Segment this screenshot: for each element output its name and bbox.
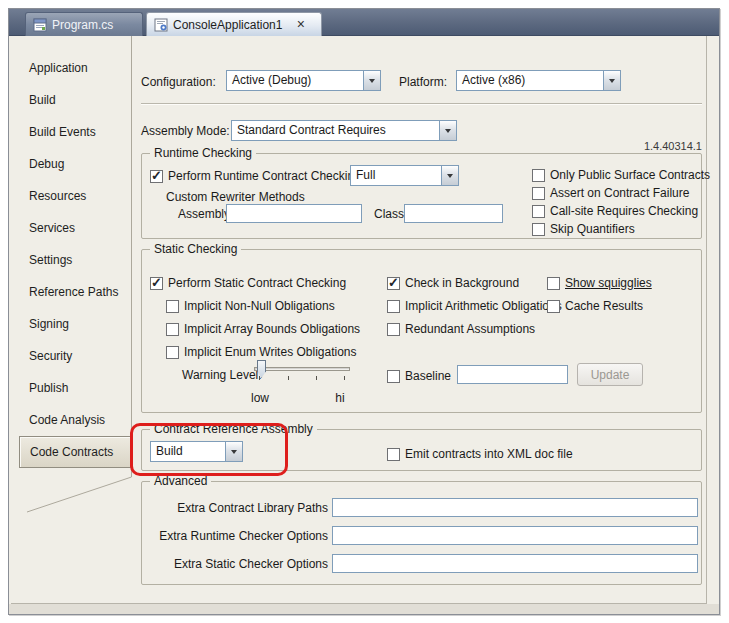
- assembly-mode-value: Standard Contract Requires: [232, 121, 439, 140]
- sidebar-item-code-analysis[interactable]: Code Analysis: [19, 404, 131, 436]
- check-in-background-row[interactable]: Check in Background: [387, 275, 519, 291]
- tab-consoleapplication1[interactable]: ConsoleApplication1 ×: [146, 12, 322, 36]
- sidebar-item-resources[interactable]: Resources: [19, 180, 131, 212]
- emit-contracts-xml-label: Emit contracts into XML doc file: [405, 446, 573, 462]
- sidebar-item-label: Application: [29, 61, 88, 75]
- check-in-background-checkbox[interactable]: [387, 277, 400, 290]
- slider-track[interactable]: [254, 367, 350, 371]
- baseline-row[interactable]: Baseline: [387, 368, 451, 384]
- sidebar-item-label: Code Analysis: [29, 413, 105, 427]
- cache-results-checkbox[interactable]: [547, 300, 560, 313]
- slider-tick: [259, 376, 260, 380]
- platform-label: Platform:: [399, 74, 447, 90]
- only-public-surface-contracts-row[interactable]: Only Public Surface Contracts: [532, 167, 710, 183]
- close-icon[interactable]: ×: [293, 17, 308, 32]
- call-site-requires-checking-row[interactable]: Call-site Requires Checking: [532, 203, 698, 219]
- header-separator: [141, 103, 702, 105]
- sidebar-item-debug[interactable]: Debug: [19, 148, 131, 180]
- only-public-surface-contracts-checkbox[interactable]: [532, 169, 545, 182]
- assert-on-contract-failure-row[interactable]: Assert on Contract Failure: [532, 185, 689, 201]
- platform-combobox[interactable]: Active (x86): [456, 70, 621, 91]
- sidebar-item-label: Resources: [29, 189, 86, 203]
- call-site-requires-checking-label: Call-site Requires Checking: [550, 203, 698, 219]
- chevron-down-icon[interactable]: [441, 166, 458, 185]
- sidebar-item-signing[interactable]: Signing: [19, 308, 131, 340]
- chevron-down-icon[interactable]: [439, 121, 456, 140]
- extra-runtime-checker-options-label: Extra Runtime Checker Options: [150, 528, 328, 544]
- perform-static-contract-checking-checkbox[interactable]: [150, 277, 163, 290]
- rewriter-assembly-input[interactable]: [226, 204, 362, 223]
- sidebar-item-label: Build: [29, 93, 56, 107]
- skip-quantifiers-checkbox[interactable]: [532, 223, 545, 236]
- advanced-group: Advanced Extra Contract Library Paths Ex…: [141, 481, 702, 585]
- sidebar-item-services[interactable]: Services: [19, 212, 131, 244]
- assembly-mode-combobox[interactable]: Standard Contract Requires: [231, 120, 457, 141]
- show-squigglies-checkbox[interactable]: [547, 277, 560, 290]
- slider-tick: [288, 376, 289, 380]
- redundant-assumptions-checkbox[interactable]: [387, 323, 400, 336]
- assert-on-contract-failure-label: Assert on Contract Failure: [550, 185, 689, 201]
- assert-on-contract-failure-checkbox[interactable]: [532, 187, 545, 200]
- perform-runtime-contract-checking-checkbox[interactable]: [150, 170, 163, 183]
- contract-reference-assembly-combobox[interactable]: Build: [150, 441, 243, 462]
- perform-static-contract-checking-row[interactable]: Perform Static Contract Checking: [150, 275, 346, 291]
- sidebar-item-label: Code Contracts: [30, 445, 113, 459]
- runtime-checking-group: Runtime Checking Perform Runtime Contrac…: [141, 153, 702, 239]
- emit-contracts-xml-checkbox[interactable]: [387, 448, 400, 461]
- sidebar-item-label: Settings: [29, 253, 72, 267]
- cache-results-row[interactable]: Cache Results: [547, 298, 643, 314]
- implicit-array-bounds-obligations-checkbox[interactable]: [166, 323, 179, 336]
- redundant-assumptions-row[interactable]: Redundant Assumptions: [387, 321, 535, 337]
- sidebar-item-reference-paths[interactable]: Reference Paths: [19, 276, 131, 308]
- implicit-enum-writes-obligations-checkbox[interactable]: [166, 346, 179, 359]
- chevron-down-icon[interactable]: [363, 71, 380, 90]
- skip-quantifiers-row[interactable]: Skip Quantifiers: [532, 221, 635, 237]
- sidebar-item-label: Build Events: [29, 125, 96, 139]
- sidebar-item-code-contracts[interactable]: Code Contracts: [19, 436, 131, 468]
- perform-runtime-contract-checking-row[interactable]: Perform Runtime Contract Checking: [150, 168, 361, 184]
- static-checking-title: Static Checking: [150, 242, 241, 256]
- sidebar-item-build-events[interactable]: Build Events: [19, 116, 131, 148]
- sidebar-item-label: Publish: [29, 381, 68, 395]
- cache-results-label: Cache Results: [565, 298, 643, 314]
- extra-contract-library-paths-input[interactable]: [332, 498, 698, 517]
- sidebar-item-security[interactable]: Security: [19, 340, 131, 372]
- extra-static-checker-options-input[interactable]: [332, 554, 698, 573]
- implicit-non-null-obligations-checkbox[interactable]: [166, 300, 179, 313]
- perform-runtime-contract-checking-label: Perform Runtime Contract Checking: [168, 168, 361, 184]
- sidebar-item-publish[interactable]: Publish: [19, 372, 131, 404]
- call-site-requires-checking-checkbox[interactable]: [532, 205, 545, 218]
- sidebar-item-application[interactable]: Application: [19, 52, 131, 84]
- sidebar-item-label: Security: [29, 349, 72, 363]
- implicit-array-bounds-obligations-label: Implicit Array Bounds Obligations: [184, 321, 360, 337]
- implicit-non-null-obligations-row[interactable]: Implicit Non-Null Obligations: [166, 298, 335, 314]
- configuration-combobox[interactable]: Active (Debug): [226, 70, 381, 91]
- show-squigglies-row[interactable]: Show squigglies: [547, 275, 652, 291]
- extra-runtime-checker-options-input[interactable]: [332, 526, 698, 545]
- chevron-down-icon[interactable]: [603, 71, 620, 90]
- platform-value: Active (x86): [457, 71, 603, 90]
- chevron-down-icon[interactable]: [225, 442, 242, 461]
- assembly-mode-label: Assembly Mode:: [141, 123, 230, 139]
- sidebar-item-settings[interactable]: Settings: [19, 244, 131, 276]
- code-file-icon: [33, 18, 47, 32]
- warning-level-label: Warning Level:: [182, 367, 262, 383]
- warning-level-slider[interactable]: [254, 360, 350, 382]
- rewriter-assembly-label: Assembly: [178, 206, 230, 222]
- implicit-enum-writes-obligations-row[interactable]: Implicit Enum Writes Obligations: [166, 344, 357, 360]
- implicit-arithmetic-obligations-checkbox[interactable]: [387, 300, 400, 313]
- baseline-checkbox[interactable]: [387, 370, 400, 383]
- sidebar-item-build[interactable]: Build: [19, 84, 131, 116]
- emit-contracts-xml-row[interactable]: Emit contracts into XML doc file: [387, 446, 573, 462]
- tab-program-cs[interactable]: Program.cs: [25, 12, 143, 36]
- sidebar-item-label: Debug: [29, 157, 64, 171]
- implicit-non-null-obligations-label: Implicit Non-Null Obligations: [184, 298, 335, 314]
- implicit-array-bounds-obligations-row[interactable]: Implicit Array Bounds Obligations: [166, 321, 360, 337]
- baseline-input[interactable]: [457, 365, 568, 384]
- extra-contract-library-paths-label: Extra Contract Library Paths: [150, 500, 328, 516]
- bottom-strip: [9, 604, 719, 614]
- rewriter-class-input[interactable]: [404, 204, 503, 223]
- implicit-arithmetic-obligations-row[interactable]: Implicit Arithmetic Obligations: [387, 298, 562, 314]
- update-button[interactable]: Update: [577, 363, 643, 386]
- runtime-checking-level-combobox[interactable]: Full: [350, 165, 459, 186]
